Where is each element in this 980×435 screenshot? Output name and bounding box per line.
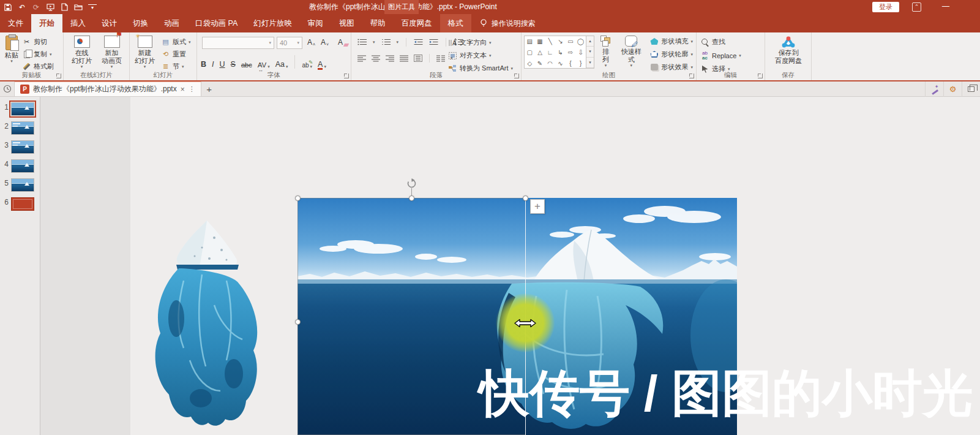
columns-button[interactable] — [436, 55, 445, 62]
drawing-dialog-launcher[interactable] — [689, 74, 694, 78]
slide-5-preview[interactable] — [11, 178, 34, 192]
shape-outline-button[interactable]: 形状轮廓 ▾ — [648, 48, 694, 60]
font-color-button[interactable]: A — [318, 60, 323, 69]
justify-button[interactable] — [400, 55, 408, 62]
tab-review[interactable]: 审阅 — [300, 14, 331, 32]
change-case-button[interactable]: Aa — [275, 60, 285, 69]
tab-view[interactable]: 视图 — [331, 14, 362, 32]
slide-thumbnail-6[interactable]: 6 — [0, 197, 34, 211]
decrease-indent-button[interactable] — [414, 39, 423, 46]
align-text-button[interactable]: 对齐文本 ▾ — [447, 50, 514, 61]
subscript-abc-button[interactable]: abc — [241, 61, 252, 69]
handle-middle-left[interactable] — [295, 319, 301, 325]
font-dialog-launcher[interactable] — [344, 74, 349, 78]
slide-thumbnail-2[interactable]: 2 — [0, 121, 34, 135]
undo-icon[interactable]: ↶ — [18, 3, 26, 12]
shape-elbow-arrow-icon[interactable]: ↳ — [555, 47, 566, 58]
tab-file[interactable]: 文件 — [0, 14, 31, 32]
shape-fill-button[interactable]: 形状填充 ▾ — [648, 36, 694, 47]
shape-rounded-rect-icon[interactable]: ▢ — [525, 47, 535, 58]
copy-button[interactable]: 复制 ▾ — [21, 48, 55, 60]
align-left-button[interactable] — [357, 55, 366, 62]
shape-placeholder2-icon[interactable]: ▦ — [535, 36, 545, 47]
handle-top-left[interactable] — [295, 195, 301, 201]
tab-home[interactable]: 开始 — [31, 14, 62, 32]
shape-scribble-icon[interactable]: ✎ — [535, 58, 545, 69]
slide-2-preview[interactable] — [11, 121, 34, 135]
slide-4-preview[interactable] — [11, 159, 34, 173]
slide-thumbnail-5[interactable]: 5 — [0, 178, 34, 192]
tab-animations[interactable]: 动画 — [156, 14, 187, 32]
document-tab[interactable]: P 教你制作《ppt制作冰山浮动效果功能》.pptx × ⋮ — [15, 81, 201, 96]
clipboard-dialog-launcher[interactable] — [56, 74, 61, 78]
paragraph-dialog-launcher[interactable] — [514, 74, 519, 78]
handle-top-center[interactable] — [409, 195, 414, 201]
customize-qat-icon[interactable]: ▾ — [88, 4, 97, 10]
shape-brace-right-icon[interactable]: } — [575, 58, 586, 69]
slide-thumbnail-1[interactable]: 1 — [0, 102, 34, 116]
align-center-button[interactable] — [372, 55, 380, 62]
tab-slideshow[interactable]: 幻灯片放映 — [245, 14, 300, 32]
online-slides-button[interactable]: 在线 幻灯片 ▾ — [69, 34, 94, 71]
editing-dialog-launcher[interactable] — [758, 74, 763, 78]
find-button[interactable]: 查找 — [699, 36, 742, 48]
tab-help[interactable]: 帮助 — [362, 14, 394, 32]
gallery-up-icon[interactable]: ▴ — [586, 36, 594, 47]
redo-icon[interactable]: ⟳ — [32, 3, 40, 12]
increase-indent-button[interactable] — [429, 39, 438, 46]
settings-gear-icon[interactable]: ⚙ — [943, 81, 962, 97]
cascade-windows-icon[interactable] — [962, 81, 980, 97]
open-folder-icon[interactable] — [74, 3, 83, 12]
ribbon-display-options-icon[interactable]: ⌃ — [912, 2, 921, 12]
rotation-handle-icon[interactable] — [406, 178, 417, 191]
cut-button[interactable]: ✂ 剪切 — [21, 36, 55, 48]
shapes-gallery-scrollbar[interactable]: ▴ ▾ ▾ — [586, 36, 594, 69]
tab-transitions[interactable]: 切换 — [125, 14, 156, 32]
paste-button[interactable]: 粘贴 ▾ — [2, 34, 21, 71]
magic-wand-icon[interactable] — [925, 81, 943, 97]
slide-3-preview[interactable] — [11, 140, 34, 154]
shape-rectangle-icon[interactable]: ▭ — [566, 36, 576, 47]
session-history-icon[interactable] — [0, 81, 15, 96]
iceberg-cutout-image[interactable] — [141, 213, 274, 426]
save-to-netdisk-button[interactable]: 保存到 百度网盘 — [772, 34, 804, 71]
new-tab-button[interactable]: + — [201, 81, 217, 96]
character-spacing-button[interactable]: AV — [258, 61, 267, 69]
distribute-button[interactable] — [414, 55, 422, 62]
handle-top-right[interactable] — [523, 195, 528, 201]
shape-arrow-line-icon[interactable]: ↘ — [555, 36, 566, 47]
shape-freeform-icon[interactable]: ◇ — [525, 58, 535, 69]
shape-brace-left-icon[interactable]: { — [566, 58, 576, 69]
shape-triangle-icon[interactable]: △ — [535, 47, 545, 58]
tab-insert[interactable]: 插入 — [62, 14, 94, 32]
login-button[interactable]: 登录 — [872, 2, 899, 12]
minimize-button[interactable]: — — [937, 0, 954, 14]
shape-placeholder-icon[interactable]: ▤ — [525, 36, 535, 47]
shape-line-icon[interactable]: ╲ — [545, 36, 555, 47]
slide-1-preview[interactable] — [11, 102, 34, 116]
shape-right-arrow-icon[interactable]: ⇨ — [566, 47, 576, 58]
tab-baidu-netdisk[interactable]: 百度网盘 — [394, 14, 440, 32]
slide-thumbnail-panel[interactable]: 1 2 3 4 5 6 — [0, 97, 40, 435]
save-icon[interactable] — [4, 3, 12, 12]
font-size-combo[interactable]: 40▾ — [277, 37, 302, 49]
slide-thumbnail-3[interactable]: 3 — [0, 140, 34, 154]
tab-format[interactable]: 格式 — [440, 14, 471, 32]
align-right-button[interactable] — [386, 55, 394, 62]
gallery-more-icon[interactable]: ▾ — [586, 58, 594, 68]
tab-pocket-animation[interactable]: 口袋动画 PA — [187, 14, 245, 32]
tell-me-search[interactable]: 操作说明搜索 — [480, 14, 536, 32]
shape-oval-icon[interactable]: ◯ — [575, 36, 586, 47]
new-animation-page-button[interactable]: ⚑ 新加 动画页 ▾ — [99, 34, 124, 71]
bold-button[interactable]: B — [201, 60, 206, 69]
italic-button[interactable]: I — [212, 60, 214, 69]
underline-button[interactable]: U — [220, 60, 225, 69]
shapes-gallery[interactable]: ▤ ▦ ╲ ↘ ▭ ◯ ▢ △ ∟ ↳ ⇨ ⇩ ◇ ✎ ◠ ∿ { — [524, 36, 586, 69]
shrink-font-button[interactable]: A˅ — [321, 38, 329, 47]
reset-button[interactable]: ⟲ 重置 — [160, 48, 192, 60]
replace-button[interactable]: abac Replace ▾ — [699, 50, 742, 61]
strikethrough-button[interactable]: S — [231, 60, 236, 69]
tab-design[interactable]: 设计 — [94, 14, 125, 32]
grow-font-button[interactable]: A˄ — [307, 38, 315, 47]
shape-down-arrow-icon[interactable]: ⇩ — [575, 47, 586, 58]
